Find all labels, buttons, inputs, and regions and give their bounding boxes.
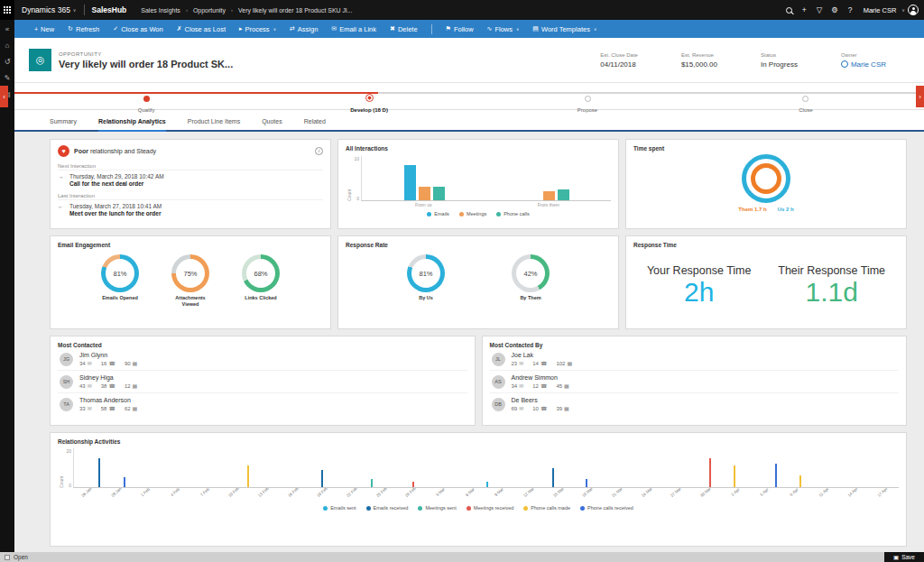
legend-dot <box>366 506 371 511</box>
activity-spike[interactable] <box>775 464 777 487</box>
legend-item[interactable]: Phone calls made <box>523 505 570 511</box>
activity-spike[interactable] <box>552 468 554 488</box>
breadcrumb-record[interactable]: Very likely will order 18 Product SKU Jl… <box>238 7 352 14</box>
command-close-as-won[interactable]: ✓Close as Won <box>113 25 162 33</box>
filter-icon[interactable]: ▽ <box>812 0 827 20</box>
user-menu[interactable]: Marie CSR ∨ <box>864 5 919 15</box>
legend-item[interactable]: Meetings <box>459 211 486 217</box>
contact-stats: 69✉10☎39▦ <box>512 405 569 411</box>
field-value[interactable]: 04/11/2018 <box>600 60 638 69</box>
breadcrumb-opportunity[interactable]: Opportunity <box>193 7 226 14</box>
settings-gear-icon[interactable]: ⚙ <box>827 0 843 20</box>
collapse-nav-icon[interactable]: « <box>5 26 9 33</box>
activity-spike[interactable] <box>586 479 587 487</box>
response-by-them-gauge[interactable]: 42% <box>512 254 550 292</box>
activity-spike[interactable] <box>124 477 125 487</box>
bpf-scroll-right-chevron-icon[interactable]: › <box>916 86 924 107</box>
links-clicked-gauge[interactable]: 68% <box>242 254 280 292</box>
activity-spike[interactable] <box>321 470 323 487</box>
last-interaction[interactable]: ← Tuesday, March 27, 2018 10:41 AM Meet … <box>58 203 323 217</box>
meeting-count-icon: ▦ <box>133 382 138 389</box>
bpf-stage-qualify[interactable]: Qualify <box>97 89 196 113</box>
command-follow[interactable]: ⚑Follow <box>446 25 474 33</box>
save-label: Save <box>901 554 915 560</box>
time-spent-them-ring[interactable] <box>751 163 781 194</box>
command-email-a-link[interactable]: ✉Email a Link <box>331 25 376 33</box>
breadcrumb-sales-insights[interactable]: Sales Insights <box>141 7 180 14</box>
legend-them[interactable]: Them 1.7 h <box>738 207 766 212</box>
recent-icon[interactable]: ↺ <box>5 59 11 66</box>
command-delete[interactable]: ✖Delete <box>390 25 418 33</box>
contact-row[interactable]: ASAndrew Simmon34✉12☎45▦ <box>490 371 900 393</box>
tab-quotes[interactable]: Quotes <box>262 118 282 130</box>
bar-phone-calls-from-them[interactable] <box>558 189 569 200</box>
legend-dot <box>323 506 328 511</box>
owner-link[interactable]: Marie CSR <box>841 60 886 69</box>
activity-spike[interactable] <box>486 482 488 487</box>
command-close-as-lost[interactable]: ✗Close as Lost <box>177 25 226 33</box>
bpf-stage-propose[interactable]: Propose <box>538 89 637 113</box>
hub-title[interactable]: SalesHub <box>92 5 127 14</box>
tab-related[interactable]: Related <box>304 118 326 130</box>
save-button[interactable]: ▣ Save <box>884 552 924 562</box>
bpf-scroll-left-chevron-icon[interactable]: ‹ <box>0 86 8 107</box>
tab-relationship-analytics[interactable]: Relationship Analytics <box>98 118 166 132</box>
bar-meetings-from-us[interactable] <box>419 187 430 200</box>
help-icon[interactable]: ? <box>843 0 858 20</box>
response-by-us-gauge[interactable]: 81% <box>407 254 445 292</box>
home-icon[interactable]: ⌂ <box>5 42 10 50</box>
activity-spike[interactable] <box>734 465 735 487</box>
contact-info: Joe Lak23✉14☎102▦ <box>512 352 573 366</box>
legend-item[interactable]: Phone calls received <box>580 505 633 511</box>
quick-create-plus-icon[interactable]: + <box>797 0 812 20</box>
time-spent-us-ring[interactable] <box>742 154 790 203</box>
bpf-stage-develop[interactable]: Develop (18 D) <box>319 89 419 113</box>
time-spent-chart: Them 1.7 h Us 2 h <box>633 152 899 212</box>
contact-row[interactable]: JGJim Glynn34✉16☎90▦ <box>58 348 467 371</box>
legend-item[interactable]: Emails received <box>366 505 409 511</box>
legend-item[interactable]: Phone calls <box>496 211 529 217</box>
legend-item[interactable]: Emails sent <box>323 505 356 511</box>
legend-us[interactable]: Us 2 h <box>778 207 794 212</box>
contact-stat: 39▦ <box>556 405 568 411</box>
info-icon[interactable]: i <box>315 147 323 155</box>
activity-spike[interactable] <box>247 465 249 487</box>
command-new[interactable]: +New <box>34 25 54 33</box>
command-process[interactable]: ▸Process∨ <box>239 25 276 33</box>
command-flows[interactable]: ∿Flows∨ <box>487 25 520 33</box>
field-value[interactable]: $15,000.00 <box>681 60 717 69</box>
activity-spike[interactable] <box>799 475 801 487</box>
contact-row[interactable]: TAThomas Anderson33✉58☎62▦ <box>58 393 467 415</box>
bpf-stage-close[interactable]: Close <box>756 89 855 113</box>
command-refresh[interactable]: ↻Refresh <box>68 25 99 33</box>
legend-item[interactable]: Meetings sent <box>418 505 456 511</box>
contact-stats: 43✉38☎12▦ <box>79 382 137 389</box>
command-word-templates[interactable]: ▤Word Templates∨ <box>532 25 596 33</box>
search-icon[interactable] <box>781 0 797 20</box>
bar-phone-calls-from-us[interactable] <box>433 187 445 200</box>
tab-product-line-items[interactable]: Product Line Items <box>188 118 240 130</box>
tab-summary[interactable]: Summary <box>50 118 77 130</box>
command-assign[interactable]: ⇄Assign <box>290 25 318 33</box>
bar-meetings-from-them[interactable] <box>543 191 555 200</box>
emails-opened-gauge[interactable]: 81% <box>101 254 139 292</box>
activity-spike[interactable] <box>98 458 100 487</box>
attachments-viewed-gauge[interactable]: 75% <box>171 254 209 292</box>
activity-spike[interactable] <box>412 482 414 487</box>
legend-item[interactable]: Meetings received <box>467 505 514 511</box>
command-icon: ✓ <box>113 25 118 32</box>
command-divider <box>431 24 432 34</box>
waffle-menu-icon[interactable] <box>0 0 14 20</box>
contact-stats: 34✉12☎45▦ <box>512 382 569 389</box>
legend-item[interactable]: Emails <box>427 211 449 217</box>
contact-row[interactable]: JLJoe Lak23✉14☎102▦ <box>490 348 900 371</box>
next-interaction[interactable]: → Thursday, March 29, 2018 10:42 AM Call… <box>58 173 323 187</box>
app-title[interactable]: Dynamics 365 <box>22 5 70 14</box>
pinned-icon[interactable]: ✎ <box>5 75 11 82</box>
contact-row[interactable]: SHSidney Higa43✉38☎12▦ <box>58 371 467 393</box>
contact-row[interactable]: DBDe Beers69✉10☎39▦ <box>490 393 900 415</box>
field-value[interactable]: In Progress <box>761 60 798 69</box>
activity-spike[interactable] <box>709 458 711 487</box>
bar-emails-from-us[interactable] <box>404 165 416 200</box>
activity-spike[interactable] <box>371 479 373 487</box>
